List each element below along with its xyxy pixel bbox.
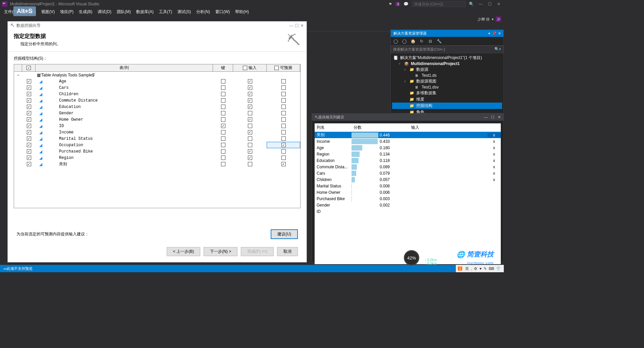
input-checkbox[interactable]: ✓ <box>248 85 252 90</box>
notification-badge[interactable]: 3 <box>395 2 400 6</box>
table-row[interactable]: ✓ ◢ Gender <box>14 110 300 116</box>
header-pred-checkbox[interactable] <box>274 66 279 70</box>
flag-icon[interactable]: ⚑ <box>389 2 392 6</box>
row-checkbox[interactable]: ✓ <box>27 124 31 128</box>
input-checkbox[interactable] <box>248 143 252 147</box>
row-checkbox[interactable]: ✓ <box>27 105 31 109</box>
header-input-checkbox[interactable] <box>243 66 247 70</box>
header-checkbox[interactable]: ✓ <box>26 66 31 70</box>
menu-item[interactable]: 项目(P) <box>57 8 76 15</box>
suggestion-row[interactable]: Age 0.180 x <box>315 144 501 151</box>
pred-checkbox[interactable] <box>281 136 286 141</box>
input-checkbox[interactable]: ✓ <box>248 98 252 103</box>
ime-item[interactable]: ♥ <box>479 267 482 271</box>
refresh-icon[interactable]: ↻ <box>418 38 425 45</box>
menu-item[interactable]: 窗口(W) <box>213 8 232 15</box>
key-checkbox[interactable] <box>221 162 225 166</box>
panel-dropdown-icon[interactable]: ▾ <box>488 32 490 35</box>
pred-checkbox[interactable] <box>281 156 286 160</box>
properties-icon[interactable]: 🔧 <box>436 38 442 45</box>
minimize-button[interactable]: — <box>477 2 484 6</box>
key-checkbox[interactable] <box>221 117 225 122</box>
menu-item[interactable]: 分析(N) <box>194 8 213 15</box>
collapse-icon[interactable]: ⊟ <box>427 38 434 45</box>
key-checkbox[interactable] <box>221 149 225 154</box>
row-checkbox[interactable]: ✓ <box>27 98 31 103</box>
key-checkbox[interactable] <box>221 130 225 134</box>
sg-maximize-icon[interactable]: ☐ <box>491 115 494 119</box>
menu-item[interactable]: 生成(B) <box>76 8 95 15</box>
folder-node[interactable]: 📁挖掘结构 <box>392 103 502 109</box>
menu-item[interactable]: 测试(S) <box>175 8 194 15</box>
input-checkbox[interactable]: ✓ <box>248 156 252 160</box>
row-checkbox[interactable]: ✓ <box>27 162 31 166</box>
row-checkbox[interactable]: ✓ <box>27 85 31 90</box>
table-row[interactable]: ✓ ◢ Commute Distance ✓ <box>14 97 300 104</box>
table-row[interactable]: ✓ ◢ Children ✓ <box>14 91 300 97</box>
table-row[interactable]: ✓ ◢ Occupation ✓ <box>14 142 300 148</box>
wizard-maximize-button[interactable]: ☐ <box>295 23 299 28</box>
pred-checkbox[interactable] <box>281 111 286 115</box>
key-checkbox[interactable] <box>221 85 225 90</box>
suggestion-row[interactable]: Home Owner 0.006 <box>315 189 501 195</box>
performance-widget[interactable]: 42% <box>404 250 419 266</box>
input-checkbox[interactable]: ✓ <box>248 92 252 96</box>
pred-checkbox[interactable] <box>281 85 286 90</box>
key-checkbox[interactable] <box>221 92 225 96</box>
key-checkbox[interactable] <box>221 136 225 141</box>
pred-checkbox[interactable]: ✓ <box>281 162 286 166</box>
pred-checkbox[interactable]: ✓ <box>281 143 286 147</box>
input-checkbox[interactable]: ✓ <box>248 117 252 122</box>
table-row[interactable]: ✓ ◢ Education ✓ <box>14 104 300 110</box>
file-node[interactable]: 🗎Test1.ds <box>392 73 502 78</box>
pred-checkbox[interactable] <box>281 130 286 134</box>
menu-item[interactable]: 工具(T) <box>156 8 175 15</box>
suggestion-row[interactable]: ID <box>315 208 501 215</box>
table-row[interactable]: ✓ ◢ Age ✓ <box>14 78 300 84</box>
row-checkbox[interactable]: ✓ <box>27 111 31 115</box>
project-node[interactable]: ▿📦MultidimensionalProject1 <box>392 61 502 66</box>
menu-item[interactable]: 团队(M) <box>114 8 133 15</box>
ime-item[interactable]: ⚙ <box>474 267 477 271</box>
left-tool-rail[interactable] <box>0 24 7 259</box>
menu-item[interactable]: 数据库(A) <box>133 8 156 15</box>
ime-item[interactable]: 👕 <box>496 267 501 271</box>
key-checkbox[interactable] <box>221 79 225 83</box>
suggestion-row[interactable]: Region 0.134 x <box>315 151 501 157</box>
suggestion-row[interactable]: Gender 0.002 <box>315 202 501 208</box>
key-checkbox[interactable] <box>221 111 225 115</box>
suggestion-row[interactable]: Marital Status 0.008 <box>315 183 501 189</box>
key-checkbox[interactable] <box>221 143 225 147</box>
forward-nav-icon[interactable]: ◯ <box>401 38 408 45</box>
table-row[interactable]: ✓ ◢ Region ✓ <box>14 155 300 161</box>
file-node[interactable]: 🗎Test1.dsv <box>392 84 502 90</box>
solution-search[interactable]: 搜索解决方案资源管理器(Ctrl+;) 🔍▾ <box>391 46 503 53</box>
panel-pin-icon[interactable]: 📌 <box>492 32 496 35</box>
user-avatar[interactable]: 少 <box>496 16 501 22</box>
chevron-down-icon[interactable]: ▾ <box>492 17 494 21</box>
back-button[interactable]: < 上一步(B) <box>167 247 200 256</box>
home-icon[interactable]: 🏠 <box>410 38 416 45</box>
suggestion-row[interactable]: Cars 0.079 x <box>315 170 501 176</box>
key-checkbox[interactable] <box>221 156 225 160</box>
input-checkbox[interactable]: ✓ <box>248 130 252 134</box>
quick-launch-input[interactable] <box>412 1 466 7</box>
row-checkbox[interactable]: ✓ <box>27 143 31 147</box>
ime-logo-icon[interactable]: S <box>458 267 462 271</box>
row-checkbox[interactable]: ✓ <box>27 117 31 122</box>
cancel-button[interactable]: 取消 <box>277 247 298 256</box>
key-checkbox[interactable]: ✓ <box>221 124 225 128</box>
pred-checkbox[interactable] <box>281 79 286 83</box>
wizard-close-button[interactable]: ✕ <box>300 23 304 28</box>
ime-item[interactable]: , <box>471 267 472 271</box>
suggestion-row[interactable]: Children 0.057 x <box>315 176 501 183</box>
input-checkbox[interactable] <box>248 136 252 141</box>
input-checkbox[interactable] <box>248 111 252 115</box>
ime-item[interactable]: 英 <box>465 267 469 271</box>
folder-node[interactable]: 📁多维数据集 <box>392 90 502 96</box>
menu-item[interactable]: 调试(D) <box>95 8 114 15</box>
menu-item[interactable]: 视图(V) <box>39 8 57 15</box>
suggestion-row[interactable]: 类别 0.446 x <box>315 132 501 138</box>
sg-close-icon[interactable]: ✕ <box>498 115 501 119</box>
pred-checkbox[interactable] <box>281 149 286 154</box>
